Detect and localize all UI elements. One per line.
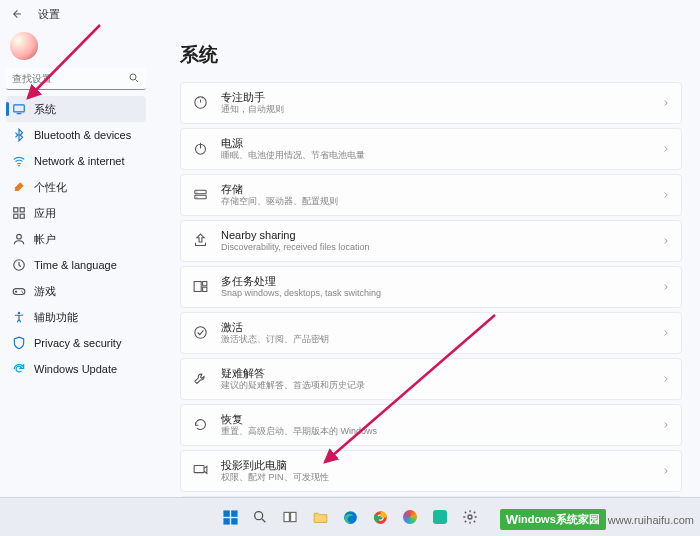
card-subtitle: 建议的疑难解答、首选项和历史记录 — [221, 380, 661, 392]
troubleshoot-icon — [191, 370, 209, 388]
watermark-brand: indows系统家园 — [518, 512, 600, 527]
svg-rect-2 — [14, 105, 25, 112]
settings-card-storage[interactable]: 存储存储空间、驱动器、配置规则 — [180, 174, 682, 216]
accessibility-icon — [12, 310, 26, 324]
card-body: 激活激活状态、订阅、产品密钥 — [221, 320, 661, 346]
card-body: 电源睡眠、电池使用情况、节省电池电量 — [221, 136, 661, 162]
sidebar-item-accessibility[interactable]: 辅助功能 — [6, 304, 146, 330]
search-box[interactable] — [6, 68, 146, 90]
svg-rect-38 — [223, 518, 229, 524]
sidebar-item-label: 帐户 — [34, 232, 56, 247]
sidebar-item-label: Windows Update — [34, 363, 117, 375]
svg-rect-8 — [20, 214, 24, 218]
svg-rect-23 — [202, 282, 206, 286]
svg-rect-5 — [14, 208, 18, 212]
settings-card-recovery[interactable]: 恢复重置、高级启动、早期版本的 Windows — [180, 404, 682, 446]
svg-point-48 — [468, 515, 472, 519]
taskview-icon[interactable] — [277, 504, 303, 530]
settings-taskbar-icon[interactable] — [457, 504, 483, 530]
sidebar-item-shield[interactable]: Privacy & security — [6, 330, 146, 356]
focus-icon — [191, 94, 209, 112]
card-title: 恢复 — [221, 412, 661, 426]
sidebar-item-clock[interactable]: Time & language — [6, 252, 146, 278]
power-icon — [191, 140, 209, 158]
settings-card-multitask[interactable]: 多任务处理Snap windows, desktops, task switch… — [180, 266, 682, 308]
wifi-icon — [12, 154, 26, 168]
svg-rect-39 — [231, 518, 237, 524]
search-taskbar-icon[interactable] — [247, 504, 273, 530]
svg-rect-42 — [284, 512, 289, 521]
sidebar-item-game[interactable]: 游戏 — [6, 278, 146, 304]
card-title: 激活 — [221, 320, 661, 334]
card-title: 疑难解答 — [221, 366, 661, 380]
settings-card-power[interactable]: 电源睡眠、电池使用情况、节省电池电量 — [180, 128, 682, 170]
watermark-badge: W indows系统家园 — [500, 509, 606, 530]
svg-point-40 — [255, 512, 263, 520]
settings-card-focus[interactable]: 专注助手通知，自动规则 — [180, 82, 682, 124]
sidebar-item-bluetooth[interactable]: Bluetooth & devices — [6, 122, 146, 148]
brush-icon — [12, 180, 26, 194]
sidebar-item-person[interactable]: 帐户 — [6, 226, 146, 252]
sidebar-item-label: 应用 — [34, 206, 56, 221]
start-button[interactable] — [217, 504, 243, 530]
clock-icon — [12, 258, 26, 272]
sidebar-item-update[interactable]: Windows Update — [6, 356, 146, 382]
sidebar-item-apps[interactable]: 应用 — [6, 200, 146, 226]
chevron-right-icon — [661, 420, 671, 430]
share-icon — [191, 232, 209, 250]
multitask-icon — [191, 278, 209, 296]
svg-point-20 — [196, 192, 197, 193]
app-icon-2[interactable] — [427, 504, 453, 530]
svg-point-13 — [22, 292, 23, 293]
content-area: 系统Bluetooth & devicesNetwork & internet个… — [0, 28, 700, 497]
sidebar-item-system[interactable]: 系统 — [6, 96, 146, 122]
shield-icon — [12, 336, 26, 350]
sidebar: 系统Bluetooth & devicesNetwork & internet个… — [0, 28, 152, 497]
search-input[interactable] — [6, 68, 146, 90]
watermark: W indows系统家园 www.ruihaifu.com — [500, 509, 694, 530]
card-title: 电源 — [221, 136, 661, 150]
bluetooth-icon — [12, 128, 26, 142]
user-avatar — [10, 32, 38, 60]
sidebar-item-label: 个性化 — [34, 180, 67, 195]
search-icon — [128, 72, 140, 84]
edge-icon[interactable] — [337, 504, 363, 530]
user-section[interactable] — [6, 32, 146, 60]
sidebar-item-label: 辅助功能 — [34, 310, 78, 325]
sidebar-item-label: Network & internet — [34, 155, 124, 167]
sidebar-item-label: Privacy & security — [34, 337, 121, 349]
settings-card-share[interactable]: Nearby sharingDiscoverability, received … — [180, 220, 682, 262]
svg-point-21 — [196, 197, 197, 198]
chrome-icon[interactable] — [367, 504, 393, 530]
svg-point-25 — [194, 327, 205, 338]
svg-rect-24 — [202, 288, 206, 292]
svg-rect-26 — [194, 466, 204, 473]
card-subtitle: 激活状态、订阅、产品密钥 — [221, 334, 661, 346]
back-button[interactable] — [8, 5, 26, 23]
system-icon — [12, 102, 26, 116]
card-subtitle: 存储空间、驱动器、配置规则 — [221, 196, 661, 208]
settings-card-project[interactable]: 投影到此电脑权限、配对 PIN、可发现性 — [180, 450, 682, 492]
chevron-right-icon — [661, 328, 671, 338]
card-subtitle: 睡眠、电池使用情况、节省电池电量 — [221, 150, 661, 162]
activation-icon — [191, 324, 209, 342]
card-title: 存储 — [221, 182, 661, 196]
settings-card-troubleshoot[interactable]: 疑难解答建议的疑难解答、首选项和历史记录 — [180, 358, 682, 400]
svg-point-0 — [130, 74, 136, 80]
explorer-icon[interactable] — [307, 504, 333, 530]
sidebar-item-brush[interactable]: 个性化 — [6, 174, 146, 200]
settings-card-activation[interactable]: 激活激活状态、订阅、产品密钥 — [180, 312, 682, 354]
card-body: 投影到此电脑权限、配对 PIN、可发现性 — [221, 458, 661, 484]
card-title: 专注助手 — [221, 90, 661, 104]
card-body: 恢复重置、高级启动、早期版本的 Windows — [221, 412, 661, 438]
svg-rect-7 — [14, 214, 18, 218]
game-icon — [12, 284, 26, 298]
card-subtitle: Snap windows, desktops, task switching — [221, 288, 661, 300]
sidebar-item-label: Time & language — [34, 259, 117, 271]
sidebar-item-wifi[interactable]: Network & internet — [6, 148, 146, 174]
svg-rect-37 — [231, 510, 237, 516]
chevron-right-icon — [661, 98, 671, 108]
card-subtitle: 重置、高级启动、早期版本的 Windows — [221, 426, 661, 438]
update-icon — [12, 362, 26, 376]
app-icon-1[interactable] — [397, 504, 423, 530]
